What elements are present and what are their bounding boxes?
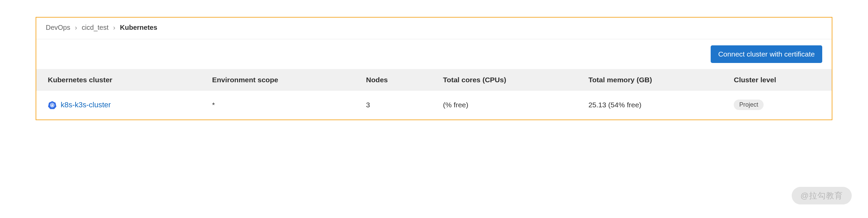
cores-value: (% free) <box>438 91 584 119</box>
clusters-table: Kubernetes cluster Environment scope Nod… <box>36 69 832 119</box>
table-header-row: Kubernetes cluster Environment scope Nod… <box>36 69 832 91</box>
env-scope-value: * <box>208 91 361 119</box>
cluster-level-badge: Project <box>734 100 764 110</box>
memory-value: 25.13 (54% free) <box>584 91 729 119</box>
column-header-level: Cluster level <box>729 69 832 91</box>
toolbar: Connect cluster with certificate <box>36 39 832 69</box>
column-header-env-scope: Environment scope <box>208 69 361 91</box>
page-container: DevOps › cicd_test › Kubernetes Connect … <box>36 17 832 120</box>
breadcrumb-link-project[interactable]: cicd_test <box>82 24 108 31</box>
breadcrumb-current: Kubernetes <box>120 24 157 31</box>
connect-cluster-button[interactable]: Connect cluster with certificate <box>711 45 822 63</box>
column-header-nodes: Nodes <box>361 69 438 91</box>
column-header-memory: Total memory (GB) <box>584 69 729 91</box>
kubernetes-icon <box>48 101 57 109</box>
table-row: k8s-k3s-cluster * 3 (% free) 25.13 (54% … <box>36 91 832 119</box>
column-header-cluster: Kubernetes cluster <box>36 69 208 91</box>
nodes-value: 3 <box>361 91 438 119</box>
cluster-cell: k8s-k3s-cluster <box>48 101 203 109</box>
watermark: @拉勾教育 <box>792 187 852 204</box>
breadcrumb: DevOps › cicd_test › Kubernetes <box>36 18 832 39</box>
chevron-right-icon: › <box>75 24 77 31</box>
chevron-right-icon: › <box>113 24 116 31</box>
column-header-cores: Total cores (CPUs) <box>438 69 584 91</box>
breadcrumb-link-devops[interactable]: DevOps <box>46 24 70 31</box>
cluster-name-link[interactable]: k8s-k3s-cluster <box>61 101 111 109</box>
